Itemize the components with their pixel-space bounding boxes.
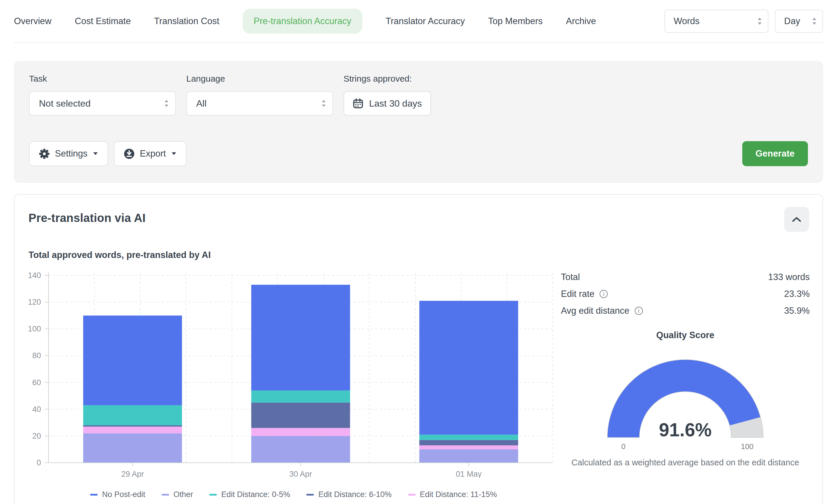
sort-arrows-icon (812, 17, 817, 25)
chevron-down-icon (93, 152, 98, 156)
bar-segment-30-apr-edit-distance-6-10 (251, 402, 350, 428)
bar-segment-01-may-edit-distance-11-15 (420, 445, 518, 449)
legend-swatch (408, 494, 415, 496)
sort-arrows-icon (164, 99, 170, 108)
unit-select[interactable]: Words (664, 10, 768, 33)
legend-label: Edit Distance: 11-15% (420, 490, 497, 499)
download-circle-icon (124, 148, 135, 159)
language-select[interactable]: All (186, 91, 333, 115)
bar-segment-29-apr-edit-distance-0-5 (83, 405, 182, 425)
gauge-value: 91.6% (659, 419, 711, 440)
pretranslation-card: Pre-translation via AI Total approved wo… (14, 194, 823, 504)
filter-fields-row: Task Not selected Language All Strings a… (29, 74, 808, 115)
legend-item-no-post-edit[interactable]: No Post-edit (90, 490, 145, 499)
task-filter-group: Task Not selected (29, 74, 176, 115)
tab-archive[interactable]: Archive (566, 16, 596, 26)
card-header: Pre-translation via AI (26, 207, 817, 232)
sort-arrows-icon (757, 17, 763, 25)
tab-translation-cost[interactable]: Translation Cost (154, 16, 219, 26)
task-label: Task (29, 74, 176, 84)
tab-overview[interactable]: Overview (14, 16, 51, 26)
stat-value: 133 words (768, 272, 810, 282)
bar-segment-29-apr-edit-distance-11-15 (83, 427, 182, 433)
y-tick-label: 100 (28, 324, 41, 333)
language-select-value: All (196, 98, 207, 109)
legend-label: Edit Distance: 6-10% (318, 490, 391, 499)
date-range-button[interactable]: Last 30 days (343, 91, 431, 115)
y-tick-label: 20 (32, 432, 41, 440)
stat-label: Avg edit distancei (561, 306, 643, 316)
gauge-caption: Calculated as a weighted average based o… (561, 458, 810, 467)
analytics-page: OverviewCost EstimateTranslation CostPre… (0, 0, 837, 504)
bar-segment-30-apr-other (251, 436, 350, 463)
date-range-group: Strings approved: Last 30 days (343, 74, 431, 115)
sort-arrows-icon (321, 99, 327, 108)
bar-segment-29-apr-other (83, 433, 182, 463)
language-filter-group: Language All (186, 74, 333, 115)
tab-translator-accuracy[interactable]: Translator Accuracy (386, 16, 465, 26)
y-tick-label: 0 (37, 458, 41, 467)
stacked-bar-chart: 29 Apr30 Apr01 May020406080100120140 (26, 270, 561, 478)
bar-segment-01-may-other (420, 449, 518, 463)
legend-swatch (209, 494, 217, 496)
bar-segment-29-apr-edit-distance-6-10 (83, 425, 182, 427)
strings-approved-label: Strings approved: (343, 74, 431, 84)
x-tick-label: 01 May (456, 470, 482, 478)
filter-panel: Task Not selected Language All Strings a… (14, 61, 823, 183)
period-select[interactable]: Day (775, 10, 823, 33)
info-icon[interactable]: i (635, 307, 643, 315)
card-content: 29 Apr30 Apr01 May020406080100120140 No … (26, 270, 817, 499)
bar-segment-30-apr-no-post-edit (251, 285, 350, 391)
tab-top-members[interactable]: Top Members (488, 16, 542, 26)
task-select[interactable]: Not selected (29, 91, 176, 115)
chart-legend: No Post-editOtherEdit Distance: 0-5%Edit… (26, 490, 561, 499)
bar-segment-01-may-no-post-edit (420, 301, 518, 435)
stat-label-text: Edit rate (561, 289, 594, 299)
tab-cost-estimate[interactable]: Cost Estimate (75, 16, 131, 26)
period-select-value: Day (784, 16, 800, 26)
stats-column: Total133 wordsEdit ratei23.3%Avg edit di… (561, 270, 817, 499)
legend-item-edit-distance-11-15[interactable]: Edit Distance: 11-15% (408, 490, 497, 499)
y-tick-label: 120 (28, 298, 41, 306)
bar-segment-29-apr-no-post-edit (83, 316, 182, 405)
collapse-card-button[interactable] (784, 207, 809, 232)
legend-item-other[interactable]: Other (162, 490, 193, 499)
legend-label: Edit Distance: 0-5% (221, 490, 290, 499)
legend-item-edit-distance-6-10[interactable]: Edit Distance: 6-10% (306, 490, 391, 499)
nav-selects: Words Day (664, 10, 823, 33)
chevron-down-icon (171, 152, 177, 156)
y-tick-label: 40 (32, 405, 41, 414)
stat-label-text: Total (561, 272, 580, 282)
legend-item-edit-distance-0-5[interactable]: Edit Distance: 0-5% (209, 490, 290, 499)
task-select-value: Not selected (39, 98, 91, 109)
legend-swatch (306, 494, 314, 496)
chevron-up-icon (792, 217, 801, 222)
legend-label: No Post-edit (102, 490, 145, 499)
card-title: Pre-translation via AI (29, 212, 146, 224)
stat-label-text: Avg edit distance (561, 306, 629, 316)
quality-score-gauge: 91.6%0100 (584, 345, 787, 453)
filter-actions-row: Settings Export Generate (29, 141, 808, 166)
gauge-min-label: 0 (621, 442, 625, 451)
gauge-max-label: 100 (741, 442, 753, 451)
legend-swatch (90, 494, 97, 496)
stat-row-edit-rate: Edit ratei23.3% (561, 289, 810, 299)
y-tick-label: 60 (32, 378, 41, 387)
export-button[interactable]: Export (114, 141, 186, 166)
settings-button[interactable]: Settings (29, 141, 108, 166)
tab-pre-translation-accuracy[interactable]: Pre-translation Accuracy (243, 9, 362, 34)
legend-swatch (162, 494, 169, 496)
gear-icon (39, 148, 50, 159)
x-tick-label: 29 Apr (121, 470, 144, 478)
generate-button[interactable]: Generate (742, 141, 808, 166)
unit-select-value: Words (674, 16, 699, 26)
language-label: Language (186, 74, 333, 84)
chart-heading: Total approved words, pre-translated by … (29, 250, 817, 260)
stat-label: Edit ratei (561, 289, 608, 299)
export-button-label: Export (140, 148, 166, 159)
y-tick-label: 80 (32, 351, 41, 360)
legend-label: Other (174, 490, 193, 499)
y-tick-label: 140 (28, 271, 41, 280)
report-tabs: OverviewCost EstimateTranslation CostPre… (14, 9, 596, 34)
info-icon[interactable]: i (600, 290, 608, 298)
